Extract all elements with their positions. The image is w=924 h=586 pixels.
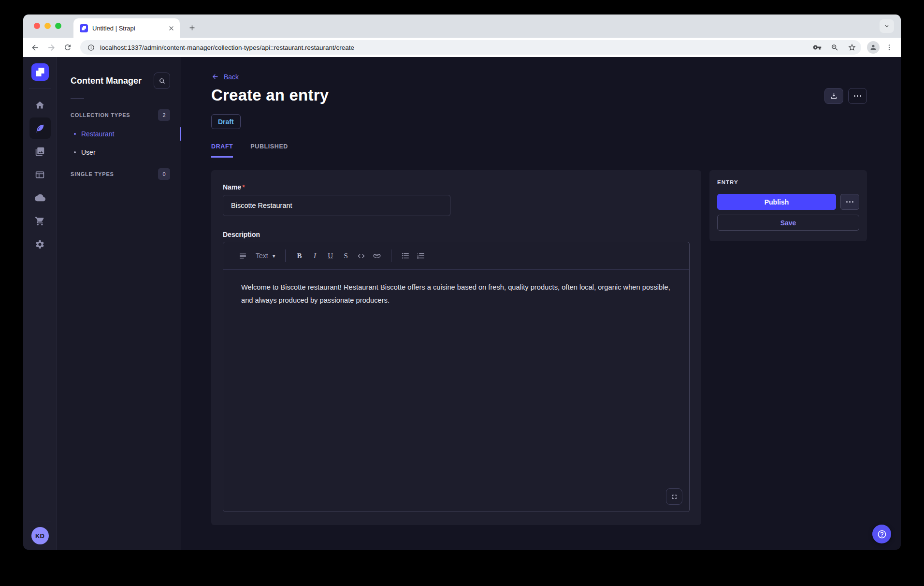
single-types-label: SINGLE TYPES xyxy=(71,171,114,177)
zoom-window-button[interactable] xyxy=(55,23,61,29)
collection-types-count-badge: 2 xyxy=(158,109,170,121)
back-link[interactable]: Back xyxy=(211,73,239,81)
browser-menu-kebab-icon[interactable] xyxy=(882,41,896,54)
back-arrow-icon xyxy=(211,73,219,81)
nav-home-icon[interactable] xyxy=(29,94,51,116)
code-button[interactable] xyxy=(354,248,369,264)
strapi-logo-icon[interactable] xyxy=(31,63,49,81)
bullet-icon xyxy=(74,133,76,135)
browser-profile-avatar[interactable] xyxy=(867,41,880,54)
more-dots-icon xyxy=(854,95,861,97)
site-info-icon[interactable] xyxy=(87,44,95,51)
password-manager-icon[interactable] xyxy=(811,43,823,52)
block-format-icon[interactable] xyxy=(235,248,250,264)
nav-media-library-icon[interactable] xyxy=(29,141,51,162)
new-tab-button[interactable] xyxy=(186,21,198,34)
nav-settings-gear-icon[interactable] xyxy=(29,234,51,255)
numbered-list-button[interactable] xyxy=(413,248,429,264)
nav-content-manager-icon[interactable] xyxy=(29,117,51,139)
publish-button[interactable]: Publish xyxy=(717,194,836,210)
entry-panel-title: ENTRY xyxy=(717,179,859,185)
help-button[interactable] xyxy=(872,525,891,543)
sidebar-item-user[interactable]: User xyxy=(57,143,181,161)
main-nav-rail: KD xyxy=(23,57,57,550)
back-label: Back xyxy=(224,73,239,81)
sidebar-item-label: Restaurant xyxy=(81,130,114,138)
minimize-window-button[interactable] xyxy=(44,23,51,29)
subnav-divider xyxy=(71,98,84,99)
tab-title: Untitled | Strapi xyxy=(92,25,163,32)
window-controls xyxy=(34,23,61,29)
collection-types-section: COLLECTION TYPES 2 xyxy=(57,105,181,125)
browser-tab-strip: Untitled | Strapi xyxy=(23,15,901,38)
tab-search-button[interactable] xyxy=(880,19,894,33)
back-nav-icon[interactable] xyxy=(28,41,42,54)
block-style-value: Text xyxy=(256,252,268,260)
toolbar-separator xyxy=(285,249,286,262)
collection-types-label: COLLECTION TYPES xyxy=(71,112,130,118)
browser-tab[interactable]: Untitled | Strapi xyxy=(73,18,180,38)
bulleted-list-button[interactable] xyxy=(398,248,413,264)
chevron-down-icon: ▼ xyxy=(272,253,276,259)
forward-nav-icon[interactable] xyxy=(44,41,58,54)
page-title: Create an entry xyxy=(211,86,329,104)
close-window-button[interactable] xyxy=(34,23,40,29)
fullscreen-icon xyxy=(671,493,678,500)
url-text[interactable]: localhost:1337/admin/content-manager/col… xyxy=(100,44,806,51)
more-dots-icon xyxy=(846,201,853,203)
nav-bottom-divider xyxy=(29,522,51,522)
bold-button[interactable]: B xyxy=(292,248,307,264)
block-style-dropdown[interactable]: Text ▼ xyxy=(253,248,279,264)
editor-toolbar: Text ▼ B I U S xyxy=(223,242,689,270)
entry-form-card: Name* Description Text ▼ xyxy=(211,170,701,525)
link-button[interactable] xyxy=(369,248,385,264)
question-mark-icon xyxy=(877,529,887,539)
entry-panel: ENTRY Publish Save xyxy=(709,170,867,241)
close-tab-icon[interactable] xyxy=(168,25,175,32)
underline-button[interactable]: U xyxy=(323,248,338,264)
description-editor-content[interactable]: Welcome to Biscotte restaurant! Restaura… xyxy=(223,270,689,512)
nav-content-type-builder-icon[interactable] xyxy=(29,164,51,185)
required-asterisk: * xyxy=(242,183,245,191)
reload-icon[interactable] xyxy=(61,41,74,54)
status-badge: Draft xyxy=(211,114,241,129)
search-button[interactable] xyxy=(154,73,170,89)
export-download-button[interactable] xyxy=(824,88,843,104)
browser-window: Untitled | Strapi localhost:1337/admin/c… xyxy=(23,15,901,550)
toolbar-separator xyxy=(391,249,391,262)
expand-editor-button[interactable] xyxy=(666,488,682,505)
nav-deploy-cloud-icon[interactable] xyxy=(29,187,51,208)
italic-button[interactable]: I xyxy=(307,248,323,264)
description-field-label: Description xyxy=(223,231,690,238)
sidebar-item-restaurant[interactable]: Restaurant xyxy=(57,125,181,143)
main-content: Back Create an entry Draft DRAFT PUBLISH… xyxy=(181,57,901,550)
address-bar[interactable]: localhost:1337/admin/content-manager/col… xyxy=(80,40,861,55)
sidebar-item-label: User xyxy=(81,148,96,156)
strapi-admin: KD Content Manager COLLECTION TYPES 2 Re… xyxy=(23,57,901,550)
version-tabs: DRAFT PUBLISHED xyxy=(211,143,901,158)
user-avatar[interactable]: KD xyxy=(31,527,49,544)
download-icon xyxy=(830,92,838,100)
entry-more-actions-button[interactable] xyxy=(840,194,859,210)
content-manager-subnav: Content Manager COLLECTION TYPES 2 Resta… xyxy=(57,57,181,550)
single-types-section: SINGLE TYPES 0 xyxy=(57,164,181,184)
tab-draft[interactable]: DRAFT xyxy=(211,143,233,158)
subnav-title: Content Manager xyxy=(71,76,142,86)
save-button[interactable]: Save xyxy=(717,215,859,231)
single-types-count-badge: 0 xyxy=(158,168,170,180)
zoom-page-icon[interactable] xyxy=(828,44,841,52)
tab-published[interactable]: PUBLISHED xyxy=(250,143,288,158)
bullet-icon xyxy=(74,151,76,153)
page-more-actions-button[interactable] xyxy=(848,88,867,104)
strapi-favicon-icon xyxy=(80,24,88,32)
browser-toolbar: localhost:1337/admin/content-manager/col… xyxy=(23,38,901,57)
name-input[interactable] xyxy=(223,195,450,216)
nav-divider xyxy=(29,88,51,88)
name-field-label: Name* xyxy=(223,183,245,191)
bookmark-star-icon[interactable] xyxy=(846,43,858,52)
rich-text-editor: Text ▼ B I U S xyxy=(223,242,690,512)
strikethrough-button[interactable]: S xyxy=(338,248,354,264)
nav-marketplace-cart-icon[interactable] xyxy=(29,210,51,232)
